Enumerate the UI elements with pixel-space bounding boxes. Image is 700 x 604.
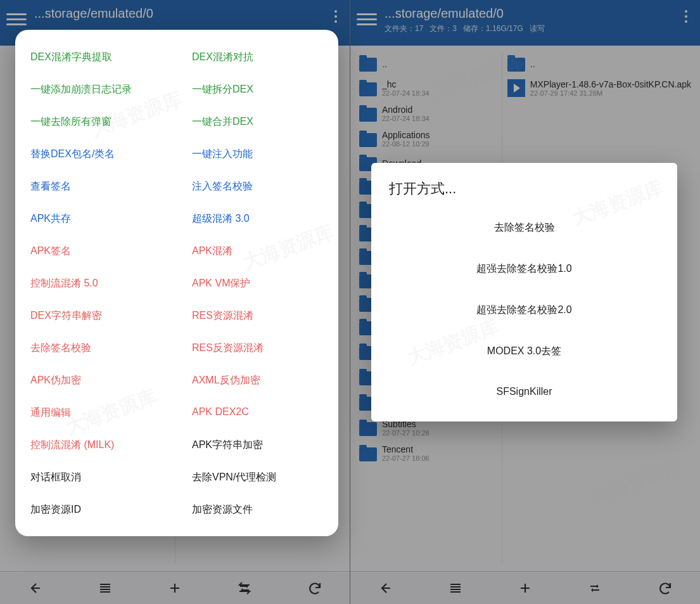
menu-item[interactable]: RES反资源混淆 bbox=[177, 333, 338, 363]
menu-item[interactable]: APK共存 bbox=[15, 204, 177, 234]
menu-item[interactable]: APK签名 bbox=[15, 236, 177, 266]
menu-item[interactable]: 查看签名 bbox=[15, 172, 177, 202]
menu-item[interactable]: 一键合并DEX bbox=[177, 107, 338, 137]
tool-menu-dialog: DEX混淆字典提取DEX混淆对抗一键添加崩溃日志记录一键拆分DEX一键去除所有弹… bbox=[15, 30, 338, 536]
menu-item[interactable]: DEX混淆字典提取 bbox=[15, 42, 177, 72]
menu-item[interactable]: 去除签名校验 bbox=[15, 333, 177, 363]
menu-item[interactable]: DEX字符串解密 bbox=[15, 301, 177, 331]
menu-item[interactable]: 超级混淆 3.0 bbox=[177, 204, 338, 234]
open-with-option[interactable]: 超强去除签名校验1.0 bbox=[371, 248, 677, 290]
menu-item[interactable]: 一键注入功能 bbox=[177, 139, 338, 169]
menu-item[interactable]: 一键去除所有弹窗 bbox=[15, 107, 177, 137]
menu-item[interactable]: APK VM保护 bbox=[177, 269, 338, 299]
right-pane: ...storage/emulated/0 文件夹：17 文件：3 储存：1.1… bbox=[350, 0, 700, 604]
open-with-dialog: 打开方式... 去除签名校验超强去除签名校验1.0超强去除签名校验2.0MODE… bbox=[371, 163, 677, 421]
menu-item[interactable]: 对话框取消 bbox=[15, 463, 177, 492]
open-with-option[interactable]: 去除签名校验 bbox=[371, 207, 677, 248]
open-with-option[interactable]: MODEX 3.0去签 bbox=[371, 331, 677, 372]
menu-item[interactable]: APK字符串加密 bbox=[177, 430, 338, 460]
menu-item[interactable]: AXML反伪加密 bbox=[177, 366, 338, 395]
menu-item[interactable]: 控制流混淆 5.0 bbox=[15, 269, 177, 299]
menu-item[interactable]: 注入签名校验 bbox=[177, 172, 338, 202]
menu-item[interactable]: APK混淆 bbox=[177, 236, 338, 266]
menu-item[interactable]: 加密资源ID bbox=[15, 495, 177, 525]
menu-item[interactable]: RES资源混淆 bbox=[177, 301, 338, 331]
menu-item[interactable]: 去除VPN/代理检测 bbox=[177, 463, 338, 492]
menu-item[interactable]: 控制流混淆 (MILK) bbox=[15, 430, 177, 460]
menu-item[interactable]: APK伪加密 bbox=[15, 366, 177, 395]
menu-item[interactable]: 加密资源文件 bbox=[177, 495, 338, 525]
menu-item[interactable]: 一键添加崩溃日志记录 bbox=[15, 75, 177, 105]
open-dialog-title: 打开方式... bbox=[371, 179, 677, 207]
open-with-option[interactable]: SFSignKiller bbox=[371, 372, 677, 411]
menu-item[interactable]: 一键拆分DEX bbox=[177, 75, 338, 105]
menu-item[interactable]: APK DEX2C bbox=[177, 398, 338, 428]
menu-item[interactable]: 替换DEX包名/类名 bbox=[15, 139, 177, 169]
menu-item[interactable]: DEX混淆对抗 bbox=[177, 42, 338, 72]
open-with-option[interactable]: 超强去除签名校验2.0 bbox=[371, 290, 677, 331]
left-pane: ...storage/emulated/0 DEX混淆字典提取DEX混淆对抗一键… bbox=[0, 0, 350, 604]
menu-item[interactable]: 通用编辑 bbox=[15, 398, 177, 428]
